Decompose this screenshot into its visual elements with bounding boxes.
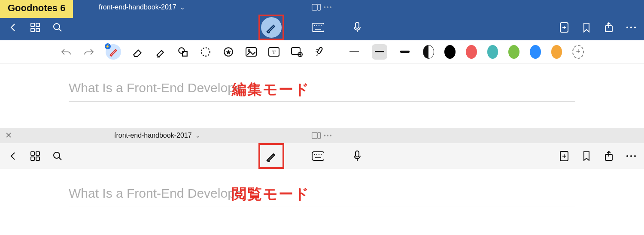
annotation-edit-mode: 編集モード: [232, 80, 310, 99]
add-page-icon: [559, 151, 569, 162]
document-tab[interactable]: front-end-handbook-2017 ⌄: [114, 132, 200, 139]
svg-point-6: [54, 24, 60, 30]
multitask-dots-icon: •••: [324, 4, 333, 11]
image-icon: [245, 47, 257, 57]
more-button[interactable]: [625, 21, 637, 33]
tab-bar-edit: front-end-handbook-2017 ⌄ •••: [0, 0, 644, 15]
document-tab-label: front-end-handbook-2017: [99, 3, 176, 11]
color-swatch-red[interactable]: [466, 45, 477, 59]
multitask-indicator[interactable]: •••: [312, 3, 333, 11]
multitask-indicator[interactable]: •••: [312, 132, 333, 139]
tab-bar-view: front-end-handbook-2017 ⌄ •••: [0, 128, 644, 143]
document-tab[interactable]: front-end-handbook-2017 ⌄: [99, 3, 185, 11]
annotation-view-mode: 閲覧モード: [232, 184, 310, 204]
shape-tool[interactable]: [177, 44, 189, 60]
pen-icon: [265, 21, 278, 34]
stroke-medium[interactable]: [372, 44, 387, 60]
sticker-tool[interactable]: [222, 44, 235, 60]
swatch-split-icon[interactable]: [423, 45, 434, 59]
image-tool[interactable]: [245, 44, 257, 60]
mic-button[interactable]: [351, 21, 363, 33]
svg-rect-2: [31, 23, 34, 27]
color-swatch-teal[interactable]: [487, 45, 498, 59]
bookmark-button[interactable]: [580, 21, 592, 33]
back-button[interactable]: [7, 21, 19, 33]
more-icon: [626, 26, 636, 29]
document-tab-label: front-end-handbook-2017: [114, 132, 192, 139]
svg-rect-8: [312, 23, 324, 32]
share-button[interactable]: [603, 150, 615, 162]
bookmark-button[interactable]: [580, 150, 592, 162]
color-swatch-green[interactable]: [508, 45, 519, 59]
stroke-thin[interactable]: [346, 44, 361, 60]
svg-rect-42: [318, 133, 321, 139]
redo-icon: [83, 48, 94, 56]
color-swatch-orange[interactable]: [551, 45, 562, 59]
keyboard-button[interactable]: [312, 150, 324, 162]
svg-rect-49: [312, 152, 324, 160]
svg-marker-29: [226, 49, 231, 54]
close-tab-button[interactable]: [6, 132, 11, 139]
svg-rect-34: [292, 48, 300, 54]
svg-point-22: [630, 27, 632, 28]
back-button[interactable]: [7, 150, 19, 162]
toolbar-divider: [336, 45, 336, 58]
add-color-icon[interactable]: +: [572, 45, 584, 59]
share-button[interactable]: [603, 21, 615, 33]
chevron-down-icon: ⌄: [195, 132, 200, 139]
color-swatch-blue[interactable]: [530, 45, 541, 59]
add-page-button[interactable]: [558, 150, 570, 162]
bookmark-icon: [583, 22, 590, 33]
keyboard-icon: [312, 151, 324, 161]
svg-rect-44: [36, 152, 39, 155]
document-area-edit[interactable]: What Is a Front-End Develope 編集モード: [0, 63, 644, 128]
more-button[interactable]: [625, 150, 637, 162]
bluetooth-badge-icon: ⚡: [105, 43, 111, 49]
undo-button[interactable]: [60, 44, 73, 60]
add-page-button[interactable]: [558, 21, 570, 33]
svg-rect-46: [36, 157, 39, 160]
edit-mode-toggle[interactable]: [261, 17, 282, 38]
svg-point-47: [54, 152, 60, 158]
search-button[interactable]: [52, 21, 64, 33]
stroke-thick[interactable]: [398, 44, 413, 60]
edit-mode-highlight: [258, 15, 284, 40]
eraser-tool[interactable]: [131, 44, 144, 60]
redo-button[interactable]: [83, 44, 95, 60]
magic-tool[interactable]: [313, 44, 325, 60]
media-tool[interactable]: [290, 44, 303, 60]
mic-button[interactable]: [351, 150, 363, 162]
search-button[interactable]: [52, 150, 64, 162]
svg-rect-41: [312, 133, 317, 139]
chevron-left-icon: [8, 23, 18, 32]
tool-toolbar: ⚡ T +: [0, 40, 644, 63]
thumbnails-button[interactable]: [29, 150, 41, 162]
multitask-dots-icon: •••: [324, 132, 333, 139]
lasso-icon: [200, 46, 211, 57]
thumbnails-button[interactable]: [29, 21, 41, 33]
page-heading: What Is a Front-End Develope: [69, 186, 575, 207]
svg-rect-1: [318, 4, 321, 10]
svg-rect-55: [355, 151, 359, 157]
edit-mode-toggle[interactable]: [261, 146, 282, 166]
shape-icon: [177, 46, 188, 57]
keyboard-button[interactable]: [312, 21, 324, 33]
share-icon: [604, 22, 614, 33]
lasso-tool[interactable]: [200, 44, 212, 60]
multitask-indicator-icon: [312, 132, 321, 139]
svg-rect-5: [36, 28, 39, 32]
mic-icon: [353, 22, 361, 33]
text-tool[interactable]: T: [267, 44, 280, 60]
color-swatch-black[interactable]: [444, 45, 456, 59]
highlighter-icon: [155, 46, 166, 57]
svg-point-25: [179, 48, 184, 53]
highlighter-tool[interactable]: [154, 44, 167, 60]
svg-point-27: [201, 48, 210, 56]
multitask-indicator-icon: [312, 3, 321, 11]
svg-rect-43: [31, 152, 34, 155]
svg-rect-14: [355, 22, 359, 28]
add-page-icon: [559, 22, 569, 33]
svg-line-7: [59, 29, 61, 31]
view-mode-highlight: [258, 143, 284, 169]
document-area-view[interactable]: What Is a Front-End Develope 閲覧モード: [0, 169, 644, 233]
